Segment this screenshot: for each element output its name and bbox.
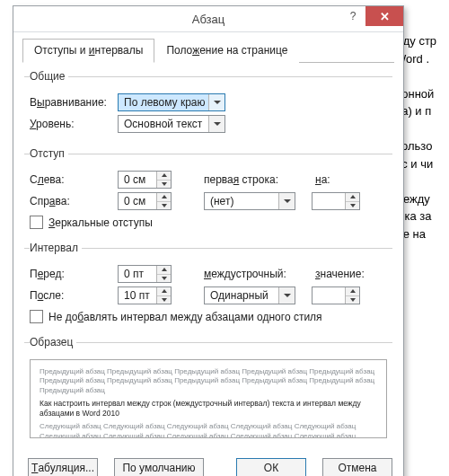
indent-left-value: 0 см [119, 172, 156, 188]
spacing-before-label: Перед: [30, 268, 112, 280]
spinner-down-icon[interactable] [157, 201, 171, 210]
spinner-up-icon[interactable] [157, 287, 171, 295]
spacing-at-value [313, 287, 345, 304]
group-general-legend: Общие [30, 70, 68, 83]
preview-prev-text: Предыдущий абзац Предыдущий абзац Предыд… [40, 367, 377, 395]
paragraph-dialog: Абзац ? ✕ Отступы и интервалы Положение … [13, 5, 404, 476]
spinner-down-icon[interactable] [346, 201, 359, 210]
group-indent-legend: Отступ [30, 147, 68, 160]
level-select[interactable]: Основной текст [118, 115, 225, 133]
group-spacing-legend: Интервал [30, 242, 82, 254]
tabs-button[interactable]: Табуляция... [28, 458, 98, 476]
spinner-up-icon[interactable] [157, 266, 171, 274]
spinner-down-icon[interactable] [157, 180, 171, 189]
indent-by-spinner[interactable] [312, 192, 360, 210]
tab-indents-spacing[interactable]: Отступы и интервалы [22, 39, 154, 63]
spacing-after-label: После: [30, 289, 112, 302]
group-sample-legend: Образец [30, 336, 76, 348]
cancel-button[interactable]: Отмена [322, 458, 392, 476]
group-spacing: Интервал Перед: 0 пт междустрочный: знач… [24, 242, 392, 331]
button-bar: Табуляция... По умолчанию ОК Отмена [22, 449, 394, 476]
line-spacing-value: Одинарный [205, 289, 278, 302]
indent-right-label: Справа: [30, 195, 112, 207]
group-sample: Образец Предыдущий абзац Предыдущий абза… [24, 336, 392, 444]
help-button[interactable]: ? [340, 6, 365, 26]
spacing-before-spinner[interactable]: 0 пт [118, 265, 172, 283]
chevron-down-icon [208, 116, 224, 132]
spinner-down-icon[interactable] [157, 274, 171, 283]
line-spacing-select[interactable]: Одинарный [204, 286, 295, 304]
spinner-down-icon[interactable] [157, 295, 171, 304]
alignment-select[interactable]: По левому краю [118, 93, 225, 111]
first-line-label: первая строка: [204, 173, 310, 186]
spinner-up-icon[interactable] [346, 193, 359, 201]
no-space-same-style-label: Не добавлять интервал между абзацами одн… [48, 311, 322, 323]
group-indent: Отступ Слева: 0 см первая строка: на: [24, 147, 392, 236]
first-line-value: (нет) [205, 195, 278, 207]
indent-right-value: 0 см [119, 193, 156, 209]
set-default-button[interactable]: По умолчанию [114, 458, 204, 476]
indent-left-spinner[interactable]: 0 см [118, 171, 172, 189]
preview-current-text: Как настроить интервал между строк (межд… [40, 399, 377, 419]
spacing-after-spinner[interactable]: 10 пт [118, 286, 172, 304]
spacing-before-value: 0 пт [119, 266, 156, 282]
indent-left-label: Слева: [30, 173, 112, 186]
alignment-label: Выравнивание: [30, 96, 112, 109]
titlebar: Абзац ? ✕ [13, 6, 403, 32]
chevron-down-icon [278, 193, 295, 209]
spinner-up-icon[interactable] [157, 193, 171, 201]
preview-box: Предыдущий абзац Предыдущий абзац Предыд… [30, 359, 387, 438]
mirror-indents-label: Зеркальные отступы [48, 216, 153, 229]
close-button[interactable]: ✕ [365, 6, 403, 26]
spinner-up-icon[interactable] [346, 287, 359, 295]
chevron-down-icon [278, 287, 295, 304]
spinner-up-icon[interactable] [157, 172, 171, 180]
checkbox-icon [30, 310, 43, 323]
indent-right-spinner[interactable]: 0 см [118, 192, 172, 210]
level-value: Основной текст [119, 118, 208, 130]
line-spacing-label: междустрочный: [204, 268, 310, 280]
preview-next-text: Следующий абзац Следующий абзац Следующи… [40, 422, 377, 438]
indent-by-label: на: [315, 173, 378, 186]
chevron-down-icon [208, 94, 224, 110]
spacing-at-label: значение: [315, 268, 378, 280]
spacing-after-value: 10 пт [119, 287, 156, 304]
group-general: Общие Выравнивание: По левому краю Урове… [24, 70, 392, 142]
tab-bar: Отступы и интервалы Положение на страниц… [22, 38, 394, 63]
level-label: Уровень: [30, 118, 112, 130]
first-line-select[interactable]: (нет) [204, 192, 295, 210]
indent-by-value [313, 193, 345, 209]
checkbox-icon [30, 216, 43, 229]
mirror-indents-checkbox[interactable]: Зеркальные отступы [30, 216, 387, 229]
no-space-same-style-checkbox[interactable]: Не добавлять интервал между абзацами одн… [30, 310, 387, 323]
spacing-at-spinner[interactable] [312, 286, 360, 304]
tab-page-position[interactable]: Положение на странице [154, 39, 299, 63]
alignment-value: По левому краю [119, 96, 208, 109]
ok-button[interactable]: ОК [236, 458, 306, 476]
spinner-down-icon[interactable] [346, 295, 359, 304]
